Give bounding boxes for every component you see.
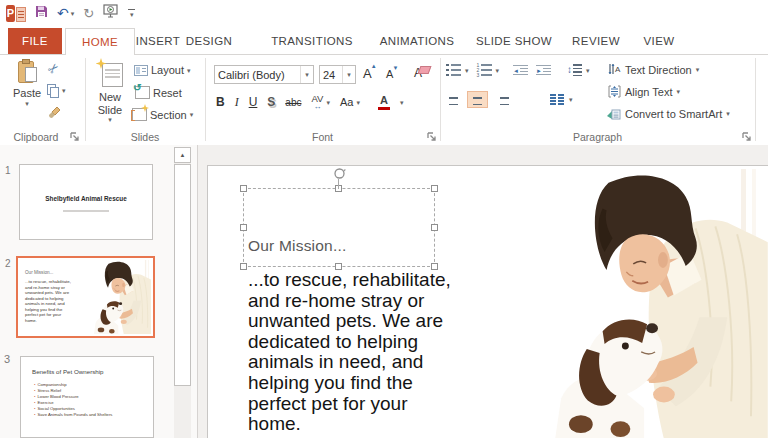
slide1-thumbnail[interactable]: Shelbyfield Animal Rescue (19, 164, 153, 240)
copy-dropdown-caret[interactable]: ▾ (62, 87, 66, 94)
font-name-dropdown[interactable]: ▾ (300, 66, 313, 83)
clipboard-dialog-launcher[interactable] (70, 132, 80, 142)
title-bar: P ↶ ▾ ↻ (0, 0, 768, 28)
change-case-button[interactable]: Aa (340, 96, 353, 108)
font-color-swatch (378, 107, 390, 110)
slide3-title: Benefits of Pet Ownership (32, 368, 104, 375)
copy-button[interactable]: ▾ (47, 84, 66, 97)
columns-caret[interactable]: ▾ (569, 96, 573, 103)
slide-editing-canvas[interactable]: Our Mission... ...to rescue, rehabilitat… (207, 165, 768, 438)
font-size-combobox[interactable]: 24 ▾ (319, 65, 356, 84)
layout-button[interactable]: Layout ▾ (134, 64, 191, 76)
rotate-handle[interactable] (333, 167, 346, 180)
resize-handle-top-right[interactable] (431, 185, 438, 192)
bold-button[interactable]: B (216, 95, 225, 109)
paste-label: Paste (13, 87, 41, 100)
format-painter-button[interactable] (48, 106, 61, 119)
strikethrough-button[interactable]: abc (285, 97, 301, 108)
slide2-mini-title: Our Mission... (25, 270, 53, 275)
columns-icon[interactable] (550, 94, 564, 105)
redo-icon[interactable]: ↻ (83, 7, 94, 20)
paste-button[interactable]: Paste ▾ (8, 60, 46, 107)
save-icon[interactable] (35, 4, 48, 22)
bullets-caret[interactable]: ▾ (465, 67, 469, 74)
copy-icon (47, 84, 59, 97)
decrease-font-size-button[interactable]: A▼ (386, 68, 393, 80)
character-spacing-caret[interactable]: ▾ (326, 99, 330, 106)
undo-dropdown-caret[interactable]: ▾ (71, 10, 75, 17)
align-left-button[interactable] (444, 92, 463, 107)
tab-review[interactable]: REVIEW (572, 28, 620, 54)
slide1-title: Shelbyfield Animal Rescue (20, 195, 152, 202)
change-case-caret[interactable]: ▾ (356, 99, 360, 106)
paste-dropdown-caret[interactable]: ▾ (25, 100, 29, 107)
slide-photo-woman-with-dog[interactable] (546, 169, 768, 438)
italic-button[interactable]: I (235, 95, 239, 110)
tab-view[interactable]: VIEW (644, 28, 675, 54)
tab-transitions[interactable]: TRANSITIONS (271, 28, 353, 54)
resize-handle-middle-left[interactable] (240, 224, 247, 231)
convert-to-smartart-button[interactable]: Convert to SmartArt ▾ (606, 107, 730, 120)
scrollbar-thumb[interactable] (174, 164, 191, 386)
scroll-up-button[interactable]: ▲ (174, 147, 191, 163)
font-name-combobox[interactable]: Calibri (Body) ▾ (214, 65, 314, 84)
slide-title-text[interactable]: Our Mission... (248, 237, 346, 255)
align-text-button[interactable]: Align Text ▾ (608, 85, 680, 98)
tab-home[interactable]: HOME (65, 28, 135, 55)
text-direction-button[interactable]: A Text Direction ▾ (608, 63, 699, 76)
undo-button[interactable]: ↶ ▾ (57, 6, 74, 20)
paragraph-group-label: Paragraph (440, 131, 755, 143)
start-slideshow-icon[interactable] (103, 4, 119, 22)
slide3-bullet-list: •Companionship •Stress Relief •Lower Blo… (34, 382, 112, 418)
paragraph-dialog-launcher[interactable] (742, 132, 752, 142)
title-placeholder-selection[interactable] (243, 188, 435, 267)
ribbon-tab-bar: FILE HOME INSERT DESIGN TRANSITIONS ANIM… (0, 28, 768, 55)
numbering-icon[interactable]: 1 2 3 (477, 64, 492, 76)
tab-animations[interactable]: ANIMATIONS (380, 28, 455, 54)
numbering-caret[interactable]: ▾ (496, 67, 500, 74)
justify-button[interactable] (516, 92, 535, 107)
underline-button[interactable]: U (249, 95, 258, 109)
line-spacing-caret[interactable]: ▾ (586, 67, 590, 74)
font-size-dropdown[interactable]: ▾ (342, 66, 355, 83)
slides-group-label: Slides (85, 131, 205, 143)
increase-font-size-button[interactable]: A▲ (363, 66, 372, 81)
tab-slideshow[interactable]: SLIDE SHOW (476, 28, 552, 54)
character-spacing-button[interactable]: AV ↔ (311, 94, 323, 111)
text-shadow-button[interactable]: S (267, 95, 275, 109)
slide-thumbnail-panel: 1 Shelbyfield Animal Rescue 2 Our Missio… (0, 145, 198, 438)
powerpoint-app-icon[interactable]: P (6, 5, 26, 22)
resize-handle-middle-right[interactable] (431, 224, 438, 231)
slide3-thumbnail[interactable]: Benefits of Pet Ownership •Companionship… (20, 356, 154, 438)
align-right-button[interactable] (492, 92, 511, 107)
font-group-label: Font (205, 131, 440, 143)
quick-access-toolbar: P ↶ ▾ ↻ (6, 4, 135, 22)
increase-indent-icon[interactable]: ► (536, 65, 551, 76)
font-color-caret[interactable]: ▾ (400, 99, 404, 106)
section-icon (131, 108, 147, 121)
slide2-thumbnail[interactable]: Our Mission... ...to rescue, rehabilitat… (16, 256, 155, 338)
slide3-number: 3 (4, 353, 10, 365)
resize-handle-top-left[interactable] (240, 185, 247, 192)
new-slide-dropdown-caret[interactable]: ▾ (108, 116, 112, 123)
section-button[interactable]: Section ▾ (131, 108, 193, 121)
bullets-icon[interactable] (446, 64, 461, 76)
align-center-button[interactable] (468, 92, 487, 107)
clear-formatting-button[interactable]: A (414, 66, 422, 80)
section-label: Section (150, 109, 187, 121)
tab-design[interactable]: DESIGN (186, 28, 233, 54)
resize-handle-bottom-left[interactable] (240, 263, 247, 270)
customize-qat-icon[interactable]: ▾ (128, 9, 135, 18)
cut-icon: ✂ (45, 60, 62, 77)
reset-button[interactable]: ↺ Reset (134, 86, 182, 99)
line-spacing-icon[interactable]: ↕ (567, 64, 582, 76)
tab-insert[interactable]: INSERT (136, 28, 180, 54)
slide-body-text[interactable]: ...to rescue, rehabilitate, and re-home … (248, 270, 478, 435)
decrease-indent-icon[interactable]: ◄ (513, 65, 528, 76)
thumbnail-scrollbar[interactable]: ▲ (174, 147, 191, 438)
cut-button[interactable]: ✂ (48, 62, 59, 75)
new-slide-button[interactable]: New Slide ▾ (89, 60, 131, 123)
tab-file[interactable]: FILE (8, 28, 62, 54)
font-color-button[interactable]: A (378, 95, 390, 110)
font-dialog-launcher[interactable] (427, 132, 437, 142)
